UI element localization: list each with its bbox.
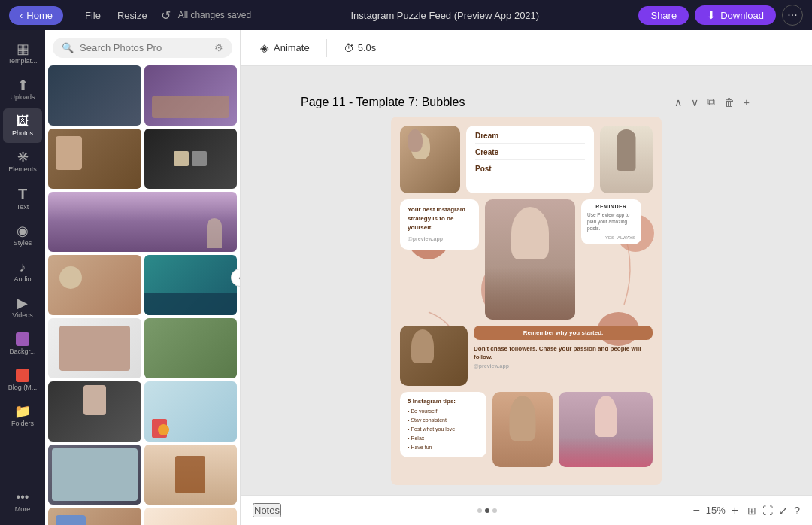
list-item[interactable] xyxy=(48,445,141,505)
page-copy[interactable]: ⧉ xyxy=(705,93,717,111)
list-item[interactable] xyxy=(48,192,237,252)
page-delete[interactable]: 🗑 xyxy=(722,94,737,111)
search-icon: 🔍 xyxy=(62,42,74,53)
notes-button[interactable]: Notes xyxy=(253,503,281,517)
sidebar-item-elements[interactable]: ❋ Elements xyxy=(3,144,42,179)
tpl-third-row: Remember why you started. Don't chase fo… xyxy=(400,326,653,386)
sidebar-item-templates[interactable]: ▦ Templat... xyxy=(3,36,42,71)
share-button[interactable]: Share xyxy=(638,6,689,25)
tpl-remember-btn: Remember why you started. xyxy=(474,326,653,340)
filter-icon[interactable]: ⚙ xyxy=(214,42,223,53)
sidebar-item-audio[interactable]: ♪ Audio xyxy=(3,254,42,289)
canvas-toolbar: ◈ Animate ⏱ 5.0s xyxy=(241,30,812,66)
undo-icon[interactable]: ↺ xyxy=(161,8,171,23)
sidebar-item-photos[interactable]: 🖼 Photos xyxy=(3,108,42,143)
topbar-title: Instagram Puzzle Feed (Preview App 2021) xyxy=(257,10,632,21)
resize-button[interactable]: Resize xyxy=(111,7,153,24)
animate-button[interactable]: ◈ Animate xyxy=(253,37,317,59)
bottom-right: − 15% + ⊞ ⛶ ⤢ ? xyxy=(692,504,800,517)
bottom-center xyxy=(290,508,684,513)
page-add[interactable]: + xyxy=(741,94,752,111)
topbar-right: Share ⬇ Download ··· xyxy=(638,5,803,26)
blog-icon xyxy=(16,369,29,382)
toolbar-divider xyxy=(326,39,327,57)
tpl-text-block: Dream Create Post xyxy=(466,126,594,193)
page-dot xyxy=(492,508,497,513)
tpl-tips-title: 5 Instagram tips: xyxy=(408,398,479,405)
photos-panel: 🔍 ⚙ xyxy=(45,30,241,525)
folders-icon: 📁 xyxy=(14,405,31,418)
tpl-reminder-box: REMINDER Use Preview app to plan your am… xyxy=(581,199,641,244)
clock-icon: ⏱ xyxy=(344,42,354,54)
list-item[interactable] xyxy=(144,508,238,525)
page11-label: Page 11 - Template 7: Bubbles xyxy=(301,96,465,109)
animate-icon: ◈ xyxy=(260,41,269,55)
bottom-bar: Notes − 15% + ⊞ ⛶ ⤢ ? xyxy=(241,495,812,525)
home-button[interactable]: ‹ Home xyxy=(9,6,63,25)
list-item[interactable] xyxy=(48,65,141,126)
audio-icon: ♪ xyxy=(20,260,26,274)
tpl-reminder-yes[interactable]: YES xyxy=(605,235,614,240)
list-item[interactable] xyxy=(144,318,238,378)
tpl-create: Create xyxy=(475,148,585,160)
canvas-scroll[interactable]: Page 11 - Template 7: Bubbles ∧ ∨ ⧉ 🗑 + xyxy=(241,66,812,495)
list-item[interactable] xyxy=(48,255,141,315)
list-item[interactable] xyxy=(48,508,141,525)
page11-actions: ∧ ∨ ⧉ 🗑 + xyxy=(672,93,752,111)
list-item[interactable] xyxy=(48,129,141,189)
fit-button[interactable]: ⛶ xyxy=(762,505,773,517)
sidebar-item-uploads[interactable]: ⬆ Uploads xyxy=(3,72,42,107)
search-input[interactable] xyxy=(80,42,208,53)
styles-icon: ◉ xyxy=(17,224,29,238)
search-bar: 🔍 ⚙ xyxy=(53,38,232,58)
page-chevron-down[interactable]: ∨ xyxy=(689,94,701,111)
sidebar-item-text[interactable]: T Text xyxy=(3,181,42,217)
icon-sidebar: ▦ Templat... ⬆ Uploads 🖼 Photos ❋ Elemen… xyxy=(0,30,45,525)
download-button[interactable]: ⬇ Download xyxy=(695,5,776,25)
page-dot xyxy=(477,508,482,513)
sidebar-item-background[interactable]: Backgr... xyxy=(3,326,42,361)
list-item[interactable] xyxy=(144,445,238,505)
photo-grid xyxy=(45,62,240,525)
list-item[interactable] xyxy=(144,65,238,126)
topbar-divider xyxy=(71,8,71,23)
background-icon xyxy=(16,332,29,346)
tpl-quote-box: Your best Instagram strategy is to be yo… xyxy=(400,199,479,250)
tpl-reminder-always[interactable]: ALWAYS xyxy=(617,235,635,240)
sidebar-item-blog[interactable]: Blog (M... xyxy=(3,363,42,397)
tpl-middle-row: Your best Instagram strategy is to be yo… xyxy=(400,199,653,320)
zoom-level: 15% xyxy=(706,505,726,516)
grid-view-button[interactable]: ⊞ xyxy=(747,505,756,517)
more-icon: ••• xyxy=(17,490,29,504)
page-chevron-up[interactable]: ∧ xyxy=(672,94,684,111)
tpl-dress-photo xyxy=(559,392,653,467)
help-button[interactable]: ? xyxy=(794,505,800,517)
zoom-out-button[interactable]: − xyxy=(692,504,699,517)
elements-icon: ❋ xyxy=(17,150,29,164)
search-area: 🔍 ⚙ xyxy=(45,30,240,62)
list-item[interactable] xyxy=(144,255,238,315)
list-item[interactable] xyxy=(48,381,141,442)
download-icon: ⬇ xyxy=(707,9,716,21)
sidebar-item-styles[interactable]: ◉ Styles xyxy=(3,218,42,253)
file-button[interactable]: File xyxy=(79,7,107,24)
tpl-reminder-text: Use Preview app to plan your amazing pos… xyxy=(587,211,635,232)
tpl-reminder-btns: YES ALWAYS xyxy=(587,235,635,240)
more-options-button[interactable]: ··· xyxy=(782,5,803,26)
tpl-main-photo xyxy=(485,199,575,320)
sidebar-item-more[interactable]: ••• More xyxy=(12,484,34,519)
list-item[interactable] xyxy=(48,318,141,378)
zoom-in-button[interactable]: + xyxy=(732,504,738,517)
tpl-couple-photo xyxy=(400,126,460,193)
list-item[interactable] xyxy=(144,381,238,442)
time-button[interactable]: ⏱ 5.0s xyxy=(336,38,384,59)
sidebar-item-folders[interactable]: 📁 Folders xyxy=(3,399,42,433)
photos-icon: 🖼 xyxy=(16,114,29,128)
tpl-tips-content: • Be yourself • Stay consistent • Post w… xyxy=(408,407,479,451)
list-item[interactable] xyxy=(144,129,238,189)
uploads-icon: ⬆ xyxy=(17,78,29,92)
sidebar-item-videos[interactable]: ▶ Videos xyxy=(3,290,42,325)
template-card[interactable]: Dream Create Post xyxy=(391,117,662,485)
videos-icon: ▶ xyxy=(17,296,28,310)
fullscreen-button[interactable]: ⤢ xyxy=(779,505,788,517)
